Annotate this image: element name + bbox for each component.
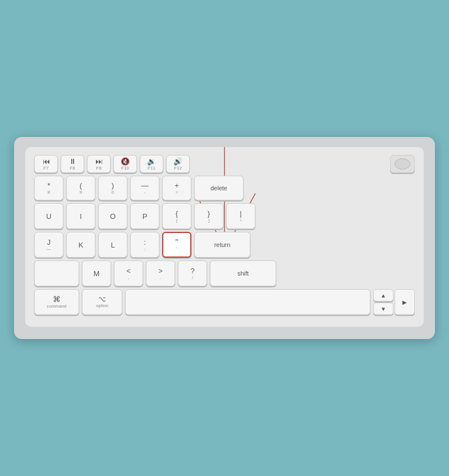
number-row: * 8 ( 9 ) 0 — - + = delete xyxy=(34,176,415,200)
bottom-letter-row: M < , > . ? / shift xyxy=(34,260,415,286)
key-space[interactable] xyxy=(125,289,370,315)
key-semicolon[interactable]: : ; xyxy=(130,232,159,258)
key-l[interactable]: L xyxy=(98,232,127,258)
arrow-cluster: ▲ ▼ ▶ xyxy=(373,289,415,315)
key-arrow-up[interactable]: ▲ xyxy=(373,289,393,301)
key-shift-left[interactable] xyxy=(34,260,79,286)
key-slash[interactable]: ? / xyxy=(178,260,207,286)
key-quote[interactable]: " ' xyxy=(162,232,191,258)
key-u[interactable]: U xyxy=(34,203,63,229)
fn-row: ⏮ F7 ⏸ F8 ⏭ F9 🔇 F10 🔉 F11 🔊 F12 xyxy=(34,155,415,173)
key-f9[interactable]: ⏭ F9 xyxy=(87,155,111,173)
key-f11[interactable]: 🔉 F11 xyxy=(140,155,163,173)
key-8[interactable]: * 8 xyxy=(34,176,63,200)
key-f12[interactable]: 🔊 F12 xyxy=(166,155,190,173)
key-command[interactable]: ⌘ command xyxy=(34,289,79,315)
key-0[interactable]: ) 0 xyxy=(98,176,127,200)
touch-id-sensor xyxy=(395,158,410,170)
key-arrow-right[interactable]: ▶ xyxy=(395,289,415,315)
key-comma[interactable]: < , xyxy=(114,260,143,286)
key-shift-right[interactable]: shift xyxy=(210,260,276,286)
key-p[interactable]: P xyxy=(130,203,159,229)
key-9[interactable]: ( 9 xyxy=(66,176,95,200)
key-close-bracket[interactable]: } ] xyxy=(194,203,223,229)
key-f10[interactable]: 🔇 F10 xyxy=(113,155,137,173)
key-j[interactable]: J — xyxy=(34,232,63,258)
keyboard-container: ⏮ F7 ⏸ F8 ⏭ F9 🔇 F10 🔉 F11 🔊 F12 xyxy=(14,137,435,339)
key-delete[interactable]: delete xyxy=(194,176,244,200)
jkl-row: J — K L : ; " ' return xyxy=(34,232,415,258)
key-f7[interactable]: ⏮ F7 xyxy=(34,155,58,173)
key-open-bracket[interactable]: { [ xyxy=(162,203,191,229)
key-m[interactable]: M xyxy=(82,260,111,286)
key-i[interactable]: I xyxy=(66,203,95,229)
touch-id[interactable] xyxy=(390,155,415,173)
key-equals[interactable]: + = xyxy=(162,176,191,200)
key-minus[interactable]: — - xyxy=(130,176,159,200)
key-arrow-down[interactable]: ▼ xyxy=(373,303,393,315)
key-k[interactable]: K xyxy=(66,232,95,258)
key-o[interactable]: O xyxy=(98,203,127,229)
key-return[interactable]: return xyxy=(194,232,250,258)
key-option[interactable]: ⌥ option xyxy=(82,289,122,315)
uiop-row: U I O P { [ } ] | \ xyxy=(34,203,415,229)
key-backslash[interactable]: | \ xyxy=(226,203,255,229)
keyboard-body: ⏮ F7 ⏸ F8 ⏭ F9 🔇 F10 🔉 F11 🔊 F12 xyxy=(25,147,424,327)
key-period[interactable]: > . xyxy=(146,260,175,286)
key-f8[interactable]: ⏸ F8 xyxy=(61,155,84,173)
modifier-row: ⌘ command ⌥ option ▲ ▼ ▶ xyxy=(34,289,415,315)
